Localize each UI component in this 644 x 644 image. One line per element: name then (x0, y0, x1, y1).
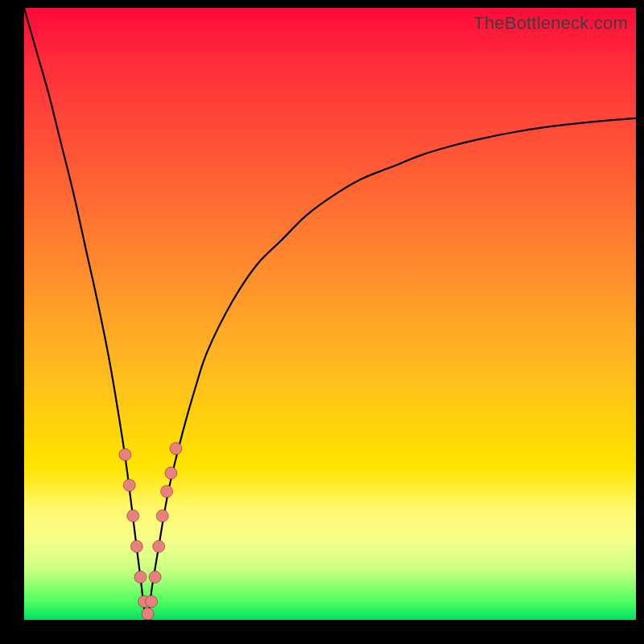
curve-svg (24, 8, 636, 620)
curve-marker (161, 485, 173, 497)
curve-marker (134, 571, 147, 583)
chart-frame: TheBottleneck.com (0, 0, 644, 644)
curve-marker (149, 571, 161, 583)
curve-marker (127, 510, 139, 522)
curve-marker (119, 448, 131, 460)
curve-marker (170, 443, 182, 455)
curve-marker (156, 510, 168, 522)
bottleneck-curve-path (24, 8, 636, 620)
curve-marker (153, 540, 165, 552)
curve-marker (130, 540, 142, 552)
curve-marker (146, 596, 158, 608)
curve-marker (142, 608, 154, 620)
curve-marker (165, 467, 177, 479)
plot-area: TheBottleneck.com (24, 8, 636, 620)
curve-marker (123, 479, 135, 491)
